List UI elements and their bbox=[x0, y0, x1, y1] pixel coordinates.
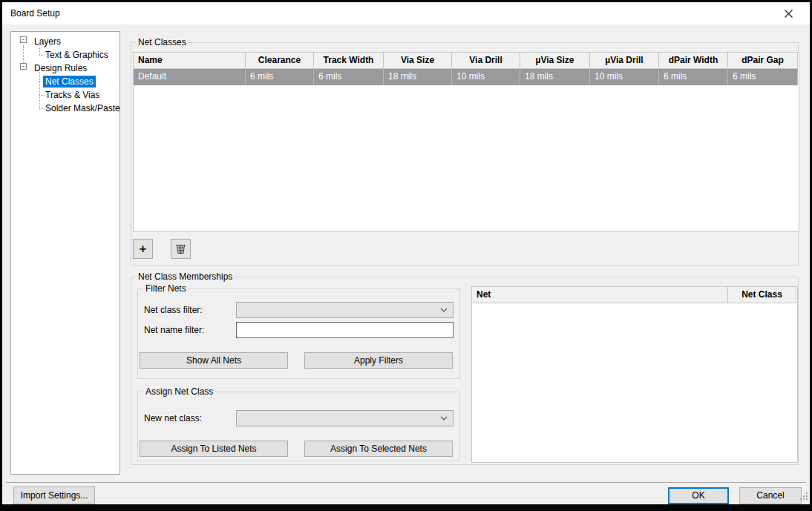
add-net-class-button[interactable]: + bbox=[133, 239, 153, 259]
assign-net-class-group-label: Assign Net Class bbox=[143, 386, 215, 397]
apply-filters-button[interactable]: Apply Filters bbox=[304, 352, 453, 369]
sidebar-item-layers[interactable]: Layers bbox=[34, 36, 61, 47]
tree-connector bbox=[39, 95, 45, 96]
col-header-dpair-width[interactable]: dPair Width bbox=[659, 53, 728, 69]
resize-grip[interactable] bbox=[799, 492, 808, 503]
net-name-filter-label: Net name filter: bbox=[144, 324, 204, 336]
cell-dpair-gap[interactable]: 6 mils bbox=[728, 69, 798, 85]
net-class-filter-label: Net class filter: bbox=[144, 304, 203, 316]
sidebar-item-net-classes[interactable]: Net Classes bbox=[43, 76, 96, 88]
close-icon bbox=[784, 9, 793, 19]
cell-clearance[interactable]: 6 mils bbox=[246, 69, 314, 85]
tree-connector bbox=[39, 72, 40, 108]
tree-connector bbox=[39, 55, 45, 56]
chevron-down-icon bbox=[440, 416, 448, 421]
cell-track-width[interactable]: 6 mils bbox=[314, 69, 384, 85]
col-header-track-width[interactable]: Track Width bbox=[314, 53, 384, 69]
assign-to-selected-nets-button[interactable]: Assign To Selected Nets bbox=[304, 441, 453, 457]
col-header-via-drill[interactable]: Via Drill bbox=[452, 53, 520, 69]
filter-nets-group-label: Filter Nets bbox=[143, 283, 189, 294]
net-table-header-row: Net Net Class bbox=[472, 287, 797, 303]
tree-connector bbox=[39, 108, 45, 109]
cell-via-drill[interactable]: 10 mils bbox=[452, 69, 520, 85]
footer-separator bbox=[6, 482, 806, 483]
net-name-filter-input[interactable] bbox=[236, 322, 454, 338]
memberships-group-label: Net Class Memberships bbox=[136, 271, 235, 282]
resize-grip-icon bbox=[799, 492, 808, 501]
trash-icon bbox=[174, 243, 187, 255]
new-net-class-label: New net class: bbox=[144, 412, 202, 424]
window-border-left bbox=[0, 0, 2, 511]
ok-button[interactable]: OK bbox=[668, 487, 729, 504]
net-classes-group-label: Net Classes bbox=[136, 37, 189, 47]
window-title: Board Setup bbox=[10, 8, 60, 19]
col-header-clearance[interactable]: Clearance bbox=[246, 53, 314, 69]
delete-net-class-button[interactable] bbox=[171, 239, 191, 259]
table-row-default[interactable]: Default 6 mils 6 mils 18 mils 10 mils 18… bbox=[134, 69, 799, 85]
chevron-down-icon bbox=[440, 308, 448, 312]
assign-to-listed-nets-button[interactable]: Assign To Listed Nets bbox=[140, 441, 288, 457]
col-header-uvia-size[interactable]: µVia Size bbox=[520, 53, 590, 69]
grid-header-row: Name Clearance Track Width Via Size Via … bbox=[134, 53, 799, 69]
cell-name[interactable]: Default bbox=[134, 69, 246, 85]
col-header-net-class[interactable]: Net Class bbox=[728, 287, 796, 303]
col-header-via-size[interactable]: Via Size bbox=[384, 53, 452, 69]
cancel-button[interactable]: Cancel bbox=[739, 487, 802, 504]
sidebar-item-solder-mask-paste[interactable]: Solder Mask/Paste bbox=[45, 102, 120, 114]
expander-design-rules[interactable]: - bbox=[20, 63, 27, 70]
new-net-class-dropdown[interactable] bbox=[236, 410, 454, 426]
title-bar[interactable]: Board Setup bbox=[2, 2, 810, 24]
board-setup-dialog: Board Setup - Layers Text & Graphics - D… bbox=[0, 0, 812, 511]
settings-tree-panel: - Layers Text & Graphics - Design Rules … bbox=[10, 31, 120, 475]
col-header-uvia-drill[interactable]: µVia Drill bbox=[590, 53, 659, 69]
close-button[interactable] bbox=[773, 2, 804, 24]
window-border-bottom bbox=[0, 504, 812, 511]
col-header-name[interactable]: Name bbox=[134, 53, 246, 69]
net-membership-table[interactable]: Net Net Class bbox=[471, 286, 798, 463]
show-all-nets-button[interactable]: Show All Nets bbox=[140, 352, 288, 369]
net-classes-grid[interactable]: Name Clearance Track Width Via Size Via … bbox=[133, 52, 799, 232]
col-header-net[interactable]: Net bbox=[472, 287, 728, 303]
sidebar-item-text-graphics[interactable]: Text & Graphics bbox=[45, 49, 108, 61]
sidebar-item-design-rules[interactable]: Design Rules bbox=[34, 62, 87, 74]
import-settings-button[interactable]: Import Settings... bbox=[13, 487, 95, 504]
cell-uvia-drill[interactable]: 10 mils bbox=[590, 69, 659, 85]
cell-uvia-size[interactable]: 18 mils bbox=[520, 69, 590, 85]
expander-layers[interactable]: - bbox=[20, 36, 27, 43]
plus-icon: + bbox=[140, 243, 147, 255]
col-header-dpair-gap[interactable]: dPair Gap bbox=[728, 53, 798, 69]
net-class-filter-dropdown[interactable] bbox=[236, 302, 454, 318]
cell-via-size[interactable]: 18 mils bbox=[384, 69, 452, 85]
sidebar-item-tracks-vias[interactable]: Tracks & Vias bbox=[45, 89, 99, 101]
window-border-top bbox=[0, 0, 812, 2]
cell-dpair-width[interactable]: 6 mils bbox=[659, 69, 728, 85]
